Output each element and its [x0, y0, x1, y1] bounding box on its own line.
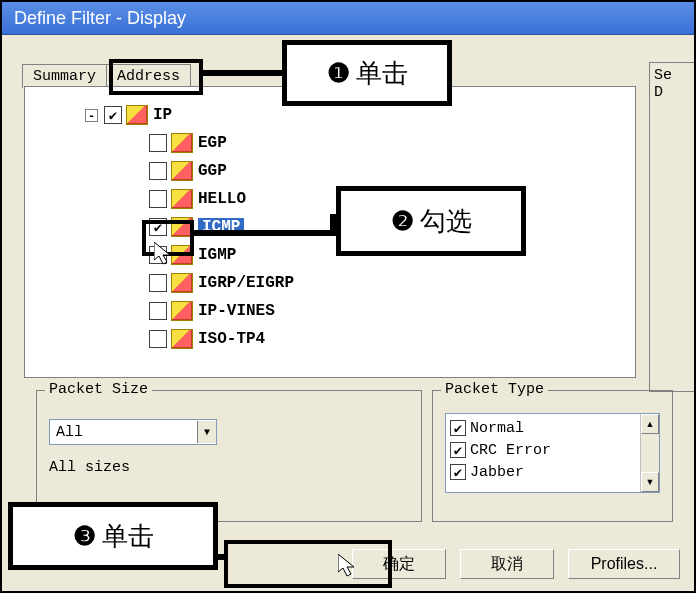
- tree-item-label: IGRP/EIGRP: [198, 274, 294, 292]
- checkbox[interactable]: [149, 190, 167, 208]
- annotation-connector-2a: [254, 230, 336, 236]
- checkbox[interactable]: [149, 302, 167, 320]
- annotation-number-3: ❸: [73, 521, 96, 552]
- profiles-button-label: Profiles...: [591, 555, 658, 573]
- tree-item-label: IGMP: [198, 246, 236, 264]
- packet-size-combo[interactable]: All ▼: [49, 419, 217, 445]
- window-frame: Define Filter - Display Summary Address …: [0, 0, 696, 593]
- packet-type-crc[interactable]: ✔ CRC Error: [450, 439, 636, 461]
- scrollbar[interactable]: ▲ ▼: [640, 414, 659, 492]
- annotation-connector-2c: [190, 230, 254, 236]
- title-bar: Define Filter - Display: [2, 2, 694, 35]
- packet-size-combo-value: All: [56, 424, 83, 441]
- tab-summary-label: Summary: [33, 68, 96, 85]
- scroll-down-icon[interactable]: ▼: [641, 472, 659, 492]
- annotation-callout-3: ❸ 单击: [8, 502, 218, 570]
- tree-root-label: IP: [153, 106, 172, 124]
- right-panel-line1: Se: [654, 67, 690, 84]
- packet-type-label: CRC Error: [470, 442, 551, 459]
- cancel-button-label: 取消: [491, 554, 523, 575]
- packet-type-group: Packet Type ✔ Normal ✔ CRC Error ✔ Jabbe…: [432, 390, 673, 522]
- tree-item-isotp4[interactable]: ISO-TP4: [149, 325, 625, 353]
- annotation-number-2: ❷: [391, 206, 414, 237]
- tree-item-ipvines[interactable]: IP-VINES: [149, 297, 625, 325]
- scroll-up-icon[interactable]: ▲: [641, 414, 659, 434]
- packet-type-normal[interactable]: ✔ Normal: [450, 417, 636, 439]
- checkbox[interactable]: ✔: [450, 420, 466, 436]
- tree-item-igrp[interactable]: IGRP/EIGRP: [149, 269, 625, 297]
- checkbox[interactable]: ✔: [450, 442, 466, 458]
- tree-item-label: HELLO: [198, 190, 246, 208]
- packet-type-label: Normal: [470, 420, 524, 437]
- packet-type-jabber[interactable]: ✔ Jabber: [450, 461, 636, 483]
- packet-type-legend: Packet Type: [441, 381, 548, 398]
- annotation-box-icmp: [142, 220, 194, 256]
- window-title: Define Filter - Display: [14, 8, 186, 28]
- tree-item-label: ISO-TP4: [198, 330, 265, 348]
- packet-type-label: Jabber: [470, 464, 524, 481]
- protocol-icon: [171, 273, 193, 293]
- annotation-box-address: [109, 59, 203, 95]
- checkbox[interactable]: [149, 134, 167, 152]
- annotation-text-2: 勾选: [420, 204, 472, 239]
- protocol-icon: [171, 161, 193, 181]
- tree-item-label: GGP: [198, 162, 227, 180]
- annotation-text-1: 单击: [356, 56, 408, 91]
- checkbox[interactable]: [149, 330, 167, 348]
- checkbox[interactable]: [149, 162, 167, 180]
- packet-size-legend: Packet Size: [45, 381, 152, 398]
- protocol-icon: [171, 189, 193, 209]
- annotation-box-ok: [224, 540, 392, 588]
- checkbox-ip[interactable]: ✔: [104, 106, 122, 124]
- annotation-number-1: ❶: [327, 58, 350, 89]
- tree-item-label: IP-VINES: [198, 302, 275, 320]
- annotation-connector-1: [199, 70, 282, 76]
- protocol-icon: [171, 329, 193, 349]
- tree-item-label: EGP: [198, 134, 227, 152]
- annotation-text-3: 单击: [102, 519, 154, 554]
- protocol-icon: [171, 301, 193, 321]
- packet-type-list[interactable]: ✔ Normal ✔ CRC Error ✔ Jabber ▲ ▼: [445, 413, 660, 493]
- tab-summary[interactable]: Summary: [22, 64, 107, 88]
- right-panel-line2: D: [654, 84, 690, 101]
- annotation-callout-1: ❶ 单击: [282, 40, 452, 106]
- chevron-down-icon[interactable]: ▼: [197, 421, 216, 443]
- tree-item-egp[interactable]: EGP: [149, 129, 625, 157]
- annotation-callout-2: ❷ 勾选: [336, 186, 526, 256]
- checkbox[interactable]: ✔: [450, 464, 466, 480]
- checkbox[interactable]: [149, 274, 167, 292]
- profiles-button[interactable]: Profiles...: [568, 549, 680, 579]
- collapse-icon[interactable]: -: [85, 109, 98, 122]
- protocol-icon: [171, 133, 193, 153]
- cancel-button[interactable]: 取消: [460, 549, 554, 579]
- button-bar: 确定 取消 Profiles...: [352, 549, 680, 579]
- right-panel: Se D: [649, 62, 694, 392]
- protocol-icon: [126, 105, 148, 125]
- packet-size-label: All sizes: [49, 459, 409, 476]
- tree-item-ggp[interactable]: GGP: [149, 157, 625, 185]
